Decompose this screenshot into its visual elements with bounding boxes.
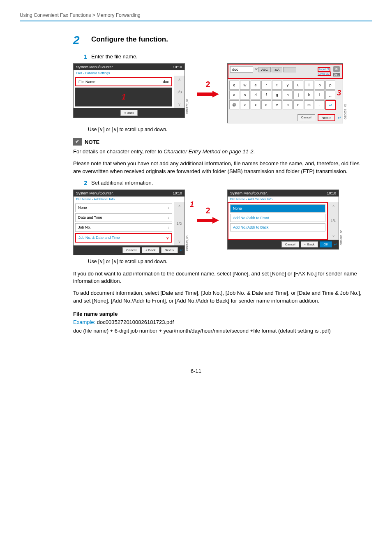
key-f[interactable]: f xyxy=(261,90,271,99)
key-z[interactable]: z xyxy=(240,100,250,109)
key-y[interactable]: y xyxy=(283,81,293,90)
key-j[interactable]: j xyxy=(293,90,303,99)
key-m[interactable]: m xyxy=(304,100,314,109)
panel-c-code: GB0189_00 xyxy=(340,230,343,249)
panel-b-code: GB0183_00 xyxy=(186,236,189,255)
callout-b1: 1 xyxy=(190,200,194,209)
arrow-right-icon xyxy=(197,217,219,224)
substep-1-num: 1 xyxy=(76,53,87,60)
example-value: doc00352720100826181723.pdf xyxy=(97,319,174,325)
body-p2: To add document information, select [Dat… xyxy=(73,289,364,305)
page-number: 6-11 xyxy=(20,368,372,386)
scroll-up-icon[interactable]: ∧ xyxy=(332,204,335,208)
scroll-down-icon[interactable]: ∨ xyxy=(178,239,181,244)
key-d[interactable]: d xyxy=(251,90,261,99)
key-u[interactable]: u xyxy=(293,81,303,90)
scroll-caption-1: Use [∨] or [∧] to scroll up and down. xyxy=(88,127,364,132)
key-q[interactable]: q xyxy=(229,81,239,90)
panel-c-title: System Menu/Counter. xyxy=(230,191,268,195)
substep-2-num: 2 xyxy=(76,180,87,186)
panel-b-time: 10:10 xyxy=(173,191,182,195)
kb-row-2: a s d f g h j k l ␣ xyxy=(229,90,341,99)
panel-c-cancel[interactable]: Cancel xyxy=(281,241,299,247)
key-l[interactable]: l xyxy=(315,90,325,99)
kb-tab-sym[interactable] xyxy=(283,67,296,72)
key-a[interactable]: a xyxy=(229,90,239,99)
row-jobno-date-time[interactable]: Job No. & Date and Time∨ xyxy=(75,233,172,243)
row-date-time[interactable]: Date and Time› xyxy=(75,213,172,222)
screen-sender-info: System Menu/Counter. 10:10 File Name - A… xyxy=(227,190,339,250)
key-k[interactable]: k xyxy=(304,90,314,99)
row-c-none[interactable]: None xyxy=(230,204,325,213)
key-e[interactable]: e xyxy=(251,81,261,90)
panel-a-subtitle: FAX - Forward Settings xyxy=(74,70,184,76)
key-s[interactable]: s xyxy=(240,90,250,99)
panel-c-subtitle: File Name - Add./Sender Info. xyxy=(228,197,339,202)
screen-file-name: System Menu/Counter. 10:10 FAX - Forward… xyxy=(73,63,185,118)
kb-tab-abc[interactable]: ABC xyxy=(258,67,271,72)
panel-c-page: 1/1 xyxy=(331,219,336,223)
key-t[interactable]: t xyxy=(272,81,282,90)
example-label: Example: xyxy=(73,319,97,325)
panel-b-back[interactable]: < Back xyxy=(142,247,159,253)
scroll-up-icon[interactable]: ∧ xyxy=(178,77,181,82)
kb-input-display: doc xyxy=(230,66,253,73)
panel-b-subtitle: File Name - Additional Info. xyxy=(74,197,184,202)
substep-1-text: Enter the file name. xyxy=(91,53,138,60)
callout-3: 3 xyxy=(337,89,341,97)
svg-marker-0 xyxy=(197,91,219,97)
key-r[interactable]: r xyxy=(261,81,271,90)
kb-row-3: @ z x c v b n m . ↵ xyxy=(229,100,341,110)
row-c-back[interactable]: Add No./Addr to Back xyxy=(230,223,325,231)
kb-del-button[interactable]: Del. xyxy=(333,73,340,76)
kb-tab-case[interactable]: a/A xyxy=(272,67,282,72)
key-c[interactable]: c xyxy=(261,100,271,109)
note-para-2: Please note that when you have not add a… xyxy=(73,160,364,176)
file-name-sample-heading: File name sample xyxy=(73,311,364,317)
note-title: NOTE xyxy=(85,139,99,145)
row-job-no[interactable]: Job No.› xyxy=(75,223,172,232)
scroll-up-icon[interactable]: ∧ xyxy=(178,204,181,208)
key-at[interactable]: @ xyxy=(229,100,239,109)
file-name-row[interactable]: File Name doc xyxy=(75,77,172,86)
panel-b-cancel[interactable]: Cancel xyxy=(122,247,140,253)
key-i[interactable]: i xyxy=(304,81,314,90)
key-v[interactable]: v xyxy=(272,100,282,109)
key-enter[interactable]: ↵ xyxy=(325,100,336,110)
callout-1: 1 xyxy=(122,93,126,102)
scroll-down-icon[interactable]: ∨ xyxy=(332,234,335,238)
row-c-front[interactable]: Add No./Addr to Front xyxy=(230,214,325,222)
file-name-label: File Name xyxy=(78,80,95,84)
back-button[interactable]: < Back xyxy=(120,110,138,116)
kb-next-button[interactable]: Next > xyxy=(318,114,335,121)
note-icon xyxy=(73,138,82,146)
panel-c-ok[interactable]: OK xyxy=(320,241,332,247)
panel-c-back[interactable]: < Back xyxy=(301,241,318,247)
kb-input-count: Input: 3 xyxy=(318,67,330,72)
row-none[interactable]: None› xyxy=(75,204,172,212)
key-p[interactable]: p xyxy=(325,81,335,90)
screen-keyboard: doc A⁄ ABC a/A Input: 3 Limit: 3 xyxy=(227,63,343,123)
panel-a-title: System Menu/Counter. xyxy=(76,65,114,69)
file-name-value: doc xyxy=(163,80,169,84)
panel-b-next[interactable]: Next > xyxy=(161,247,178,253)
step-2-number: 2 xyxy=(73,34,85,47)
key-h[interactable]: h xyxy=(283,90,293,99)
step-2-title: Configure the function. xyxy=(91,34,168,44)
key-dot[interactable]: . xyxy=(315,100,325,109)
scroll-down-icon[interactable]: ∨ xyxy=(178,102,181,106)
kb-clear-button[interactable]: ✕ xyxy=(333,66,340,72)
breadcrumb: Using Convenient Fax Functions > Memory … xyxy=(20,12,372,21)
callout-b2: 2 xyxy=(205,206,210,215)
scroll-caption-2: Use [∨] or [∧] to scroll up and down. xyxy=(88,259,364,264)
kb-row-1: q w e r t y u i o p xyxy=(229,81,341,90)
header-rule xyxy=(20,21,372,21)
key-n[interactable]: n xyxy=(293,100,303,109)
key-b[interactable]: b xyxy=(283,100,293,109)
key-space[interactable]: ␣ xyxy=(325,90,335,99)
key-o[interactable]: o xyxy=(315,81,325,90)
key-x[interactable]: x xyxy=(251,100,261,109)
key-g[interactable]: g xyxy=(272,90,282,99)
kb-cancel-button[interactable]: Cancel xyxy=(297,114,315,121)
key-w[interactable]: w xyxy=(240,81,250,90)
